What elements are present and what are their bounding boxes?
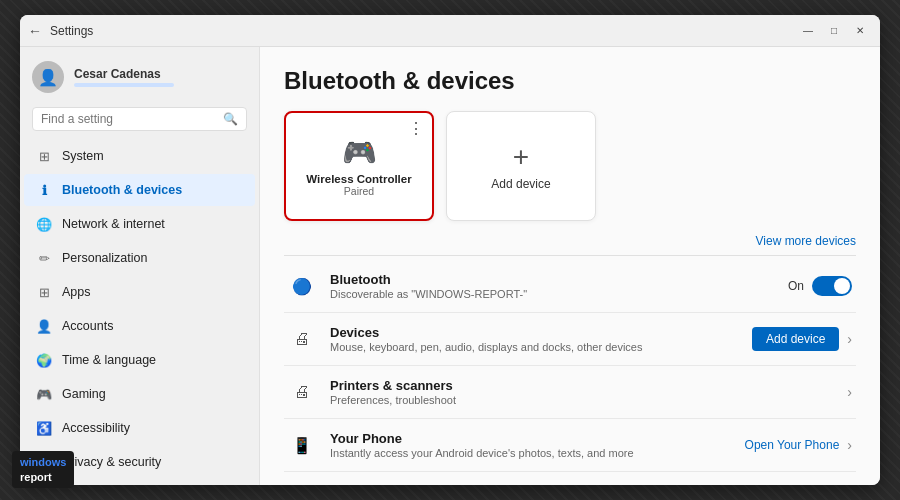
toggle-on-label: On <box>788 279 804 293</box>
search-input[interactable] <box>41 112 223 126</box>
back-button[interactable]: ← <box>28 23 42 39</box>
search-box[interactable]: 🔍 <box>32 107 247 131</box>
settings-list: 🔵 Bluetooth Discoverable as "WINDOWS-REP… <box>284 260 856 485</box>
bluetooth-row-desc: Discoverable as "WINDOWS-REPORT-" <box>330 288 774 300</box>
gaming-icon: 🎮 <box>36 386 52 402</box>
window-controls: — □ ✕ <box>796 21 872 41</box>
main-layout: 👤 Cesar Cadenas 🔍 ⊞ System ℹ Bluetooth &… <box>20 47 880 485</box>
view-more-row: View more devices <box>284 225 856 256</box>
printers-row-title: Printers & scanners <box>330 378 833 393</box>
window-title: Settings <box>50 24 796 38</box>
add-device-label: Add device <box>491 177 550 191</box>
chevron-right-icon: › <box>847 331 852 347</box>
time-icon: 🌍 <box>36 352 52 368</box>
sidebar-item-label: Personalization <box>62 251 147 265</box>
personalization-icon: ✏ <box>36 250 52 266</box>
settings-window: ← Settings — □ ✕ 👤 Cesar Cadenas 🔍 ⊞ <box>20 15 880 485</box>
sidebar-item-label: Bluetooth & devices <box>62 183 182 197</box>
wireless-controller-card[interactable]: ⋮ 🎮 Wireless Controller Paired <box>284 111 434 221</box>
bluetooth-toggle[interactable] <box>812 276 852 296</box>
phone-row-icon: 📱 <box>288 431 316 459</box>
maximize-button[interactable]: □ <box>822 21 846 41</box>
windows-report-badge: windows report <box>12 451 74 488</box>
cameras-row-title: Cameras <box>330 484 833 485</box>
devices-row-title: Devices <box>330 325 738 340</box>
add-device-card[interactable]: + Add device <box>446 111 596 221</box>
system-icon: ⊞ <box>36 148 52 164</box>
sidebar-item-label: Apps <box>62 285 91 299</box>
open-your-phone-link[interactable]: Open Your Phone <box>745 438 840 452</box>
bluetooth-row-title: Bluetooth <box>330 272 774 287</box>
sidebar-item-label: Accounts <box>62 319 113 333</box>
sidebar-item-apps[interactable]: ⊞ Apps <box>24 276 255 308</box>
content-area: Bluetooth & devices ⋮ 🎮 Wireless Control… <box>260 47 880 485</box>
settings-row-your-phone[interactable]: 📱 Your Phone Instantly access your Andro… <box>284 419 856 472</box>
chevron-right-icon: › <box>847 437 852 453</box>
sidebar-item-label: System <box>62 149 104 163</box>
devices-row-icon: 🖨 <box>288 325 316 353</box>
phone-row-title: Your Phone <box>330 431 731 446</box>
apps-icon: ⊞ <box>36 284 52 300</box>
sidebar-item-gaming[interactable]: 🎮 Gaming <box>24 378 255 410</box>
sidebar-item-accounts[interactable]: 👤 Accounts <box>24 310 255 342</box>
sidebar-item-network[interactable]: 🌐 Network & internet <box>24 208 255 240</box>
network-icon: 🌐 <box>36 216 52 232</box>
profile-name: Cesar Cadenas <box>74 67 174 81</box>
minimize-button[interactable]: — <box>796 21 820 41</box>
add-device-button[interactable]: Add device <box>752 327 839 351</box>
profile-bar <box>74 83 174 87</box>
accessibility-icon: ♿ <box>36 420 52 436</box>
controller-icon: 🎮 <box>342 136 377 169</box>
more-options-icon[interactable]: ⋮ <box>408 119 424 138</box>
sidebar-item-label: Privacy & security <box>62 455 161 469</box>
profile-section[interactable]: 👤 Cesar Cadenas <box>20 47 259 103</box>
view-more-link[interactable]: View more devices <box>756 234 857 248</box>
sidebar-item-bluetooth[interactable]: ℹ Bluetooth & devices <box>24 174 255 206</box>
page-title: Bluetooth & devices <box>284 67 856 95</box>
title-bar: ← Settings — □ ✕ <box>20 15 880 47</box>
sidebar-item-accessibility[interactable]: ♿ Accessibility <box>24 412 255 444</box>
settings-row-cameras[interactable]: 📷 Cameras Connected cameras, default ima… <box>284 472 856 485</box>
settings-row-printers[interactable]: 🖨 Printers & scanners Preferences, troub… <box>284 366 856 419</box>
bluetooth-row-icon: 🔵 <box>288 272 316 300</box>
phone-row-desc: Instantly access your Android device's p… <box>330 447 731 459</box>
sidebar-item-label: Gaming <box>62 387 106 401</box>
device-cards-row: ⋮ 🎮 Wireless Controller Paired + Add dev… <box>284 111 856 221</box>
sidebar-item-personalization[interactable]: ✏ Personalization <box>24 242 255 274</box>
accounts-icon: 👤 <box>36 318 52 334</box>
settings-row-devices[interactable]: 🖨 Devices Mouse, keyboard, pen, audio, d… <box>284 313 856 366</box>
search-icon: 🔍 <box>223 112 238 126</box>
settings-row-bluetooth[interactable]: 🔵 Bluetooth Discoverable as "WINDOWS-REP… <box>284 260 856 313</box>
sidebar-item-label: Accessibility <box>62 421 130 435</box>
printers-row-desc: Preferences, troubleshoot <box>330 394 833 406</box>
cameras-row-icon: 📷 <box>288 484 316 485</box>
devices-row-desc: Mouse, keyboard, pen, audio, displays an… <box>330 341 738 353</box>
sidebar-item-label: Network & internet <box>62 217 165 231</box>
device-status: Paired <box>344 185 374 197</box>
sidebar: 👤 Cesar Cadenas 🔍 ⊞ System ℹ Bluetooth &… <box>20 47 260 485</box>
close-button[interactable]: ✕ <box>848 21 872 41</box>
sidebar-item-label: Time & language <box>62 353 156 367</box>
device-name: Wireless Controller <box>306 173 411 185</box>
add-icon: + <box>513 141 529 173</box>
avatar: 👤 <box>32 61 64 93</box>
chevron-right-icon: › <box>847 384 852 400</box>
sidebar-item-system[interactable]: ⊞ System <box>24 140 255 172</box>
printers-row-icon: 🖨 <box>288 378 316 406</box>
sidebar-item-time[interactable]: 🌍 Time & language <box>24 344 255 376</box>
bluetooth-icon: ℹ <box>36 182 52 198</box>
